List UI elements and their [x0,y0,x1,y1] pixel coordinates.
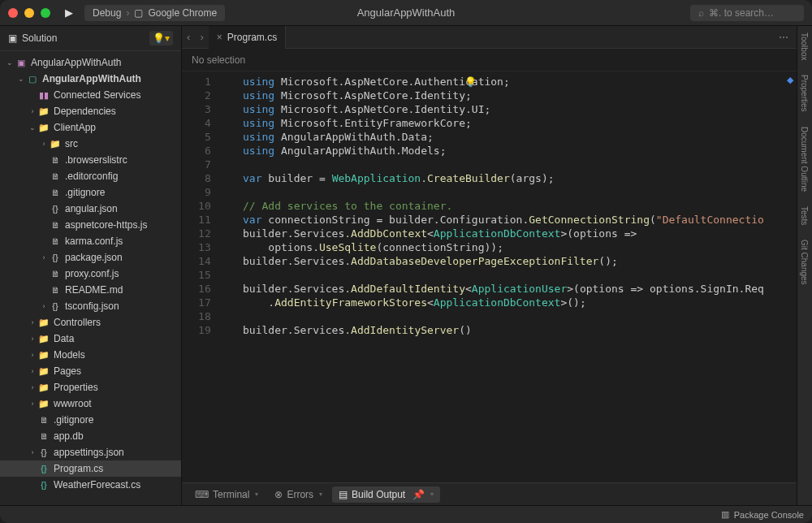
global-search[interactable]: ⌕ ⌘. to search… [690,5,804,21]
solution-icon: ▣ [8,32,17,44]
document-outline-tab[interactable]: Document Outline [800,127,809,192]
titlebar: ▶ Debug › ▢ Google Chrome AngularAppWith… [0,0,812,26]
build-icon: ▤ [339,489,348,500]
tests-tab[interactable]: Tests [800,206,809,225]
nav-forward-button[interactable]: › [195,31,208,43]
minimize-window-button[interactable] [24,8,34,18]
tree-item[interactable]: ›📁src [0,136,181,152]
tree-item[interactable]: ›📁Properties [0,379,181,395]
properties-tab[interactable]: Properties [800,75,809,112]
run-configuration[interactable]: Debug › ▢ Google Chrome [84,5,225,21]
tree-item[interactable]: ⌄▣AngularAppWithAuth [0,54,181,71]
tab-overflow-button[interactable]: ⋯ [771,32,797,43]
config-name: Debug [93,7,121,19]
window-title: AngularAppWithAuth [357,6,456,19]
statusbar: ▥ Package Console [0,505,812,523]
tree-item[interactable]: {}Program.cs [0,460,181,477]
tree-item[interactable]: ›{}tsconfig.json [0,298,181,314]
maximize-window-button[interactable] [41,8,50,18]
nav-back-button[interactable]: ‹ [182,31,195,43]
terminal-icon: ⌨ [195,489,209,500]
tree-item[interactable]: {}WeatherForecast.cs [0,477,181,493]
tree-item[interactable]: ›📁Models [0,347,181,363]
lightbulb-icon[interactable]: 💡▾ [149,31,173,45]
code-lightbulb-icon[interactable]: 💡 [464,76,477,88]
build-output-tab[interactable]: ▤Build Output📌▾ [332,486,440,503]
right-sidebar: Toolbox Properties Document Outline Test… [797,26,812,505]
tree-item[interactable]: 🗎README.md [0,282,181,298]
git-changes-tab[interactable]: Git Changes [800,240,809,285]
pin-icon[interactable]: 📌 [412,489,425,500]
chevron-down-icon: ▾ [255,491,258,498]
tree-item[interactable]: 🗎.gitignore [0,412,181,428]
solution-header: ▣ Solution 💡▾ [0,26,181,51]
window-controls [8,8,50,18]
tree-item[interactable]: 🗎karma.conf.js [0,233,181,249]
tree-item[interactable]: 🗎.gitignore [0,184,181,201]
solution-sidebar: ▣ Solution 💡▾ ⌄▣AngularAppWithAuth⌄▢Angu… [0,26,182,505]
search-placeholder: ⌘. to search… [709,7,774,19]
package-console-icon[interactable]: ▥ [721,509,729,520]
tree-item[interactable]: ▮▮Connected Services [0,87,181,103]
solution-tree[interactable]: ⌄▣AngularAppWithAuth⌄▢AngularAppWithAuth… [0,51,181,505]
marker-icon[interactable]: ◆ [787,75,793,85]
solution-label: Solution [22,32,57,44]
tree-item[interactable]: 🗎app.db [0,428,181,444]
package-console-label[interactable]: Package Console [734,510,804,520]
device-icon: ▢ [134,7,143,19]
tree-item[interactable]: ›📁Controllers [0,314,181,331]
tree-item[interactable]: ›{}appsettings.json [0,444,181,460]
tree-item[interactable]: ›📁Dependencies [0,103,181,119]
errors-tab[interactable]: ⊗Errors▾ [268,486,329,503]
code-content[interactable]: using Microsoft.AspNetCore.Authenticatio… [218,71,797,482]
run-button[interactable]: ▶ [65,6,73,19]
target-name: Google Chrome [148,7,217,19]
tree-item[interactable]: ›{}package.json [0,249,181,266]
tree-item[interactable]: ⌄▢AngularAppWithAuth [0,71,181,87]
editor-tab[interactable]: × Program.cs [209,26,286,49]
bottom-panel-tabs: ⌨Terminal▾ ⊗Errors▾ ▤Build Output📌▾ [182,482,797,505]
tree-item[interactable]: ›📁wwwroot [0,395,181,412]
search-icon: ⌕ [698,7,704,19]
tree-item[interactable]: 🗎proxy.conf.js [0,266,181,282]
editor-area: ‹ › × Program.cs ⋯ No selection 💡 ◆ 1234… [182,26,797,505]
tree-item[interactable]: 🗎.browserslistrc [0,152,181,168]
tree-item[interactable]: {}angular.json [0,201,181,217]
close-window-button[interactable] [8,8,18,18]
chevron-right-icon: › [126,7,129,19]
chevron-down-icon: ▾ [319,491,322,498]
chevron-down-icon: ▾ [430,491,434,498]
line-gutter: 12345678910111213141516171819 [182,71,218,482]
close-tab-icon[interactable]: × [217,32,222,43]
tree-item[interactable]: ›📁Data [0,331,181,347]
tree-item[interactable]: 🗎aspnetcore-https.js [0,217,181,233]
code-editor[interactable]: 12345678910111213141516171819 using Micr… [182,71,797,482]
breadcrumb[interactable]: No selection [182,49,797,71]
error-icon: ⊗ [274,489,283,500]
tree-item[interactable]: ›📁Pages [0,363,181,379]
toolbox-tab[interactable]: Toolbox [800,32,809,60]
tree-item[interactable]: 🗎.editorconfig [0,168,181,184]
terminal-tab[interactable]: ⌨Terminal▾ [188,486,265,503]
tree-item[interactable]: ⌄📁ClientApp [0,119,181,136]
editor-tabbar: ‹ › × Program.cs ⋯ [182,26,797,49]
tab-title: Program.cs [227,32,277,43]
